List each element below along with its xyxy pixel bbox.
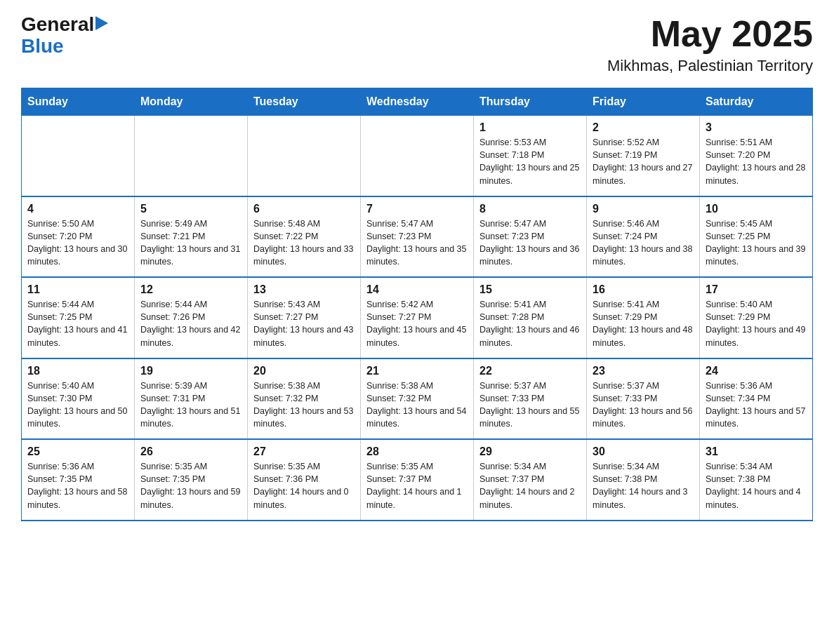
calendar-cell: 13Sunrise: 5:43 AM Sunset: 7:27 PM Dayli… bbox=[248, 277, 361, 358]
col-friday: Friday bbox=[587, 88, 700, 116]
calendar-cell: 9Sunrise: 5:46 AM Sunset: 7:24 PM Daylig… bbox=[587, 196, 700, 278]
calendar-cell: 7Sunrise: 5:47 AM Sunset: 7:23 PM Daylig… bbox=[361, 196, 474, 278]
calendar-cell: 1Sunrise: 5:53 AM Sunset: 7:18 PM Daylig… bbox=[474, 116, 587, 196]
day-number: 26 bbox=[140, 445, 241, 458]
day-number: 7 bbox=[366, 203, 468, 215]
day-number: 14 bbox=[366, 283, 468, 296]
day-number: 10 bbox=[706, 203, 807, 215]
calendar-cell: 3Sunrise: 5:51 AM Sunset: 7:20 PM Daylig… bbox=[700, 116, 813, 196]
calendar-cell: 8Sunrise: 5:47 AM Sunset: 7:23 PM Daylig… bbox=[474, 196, 587, 278]
day-info: Sunrise: 5:38 AM Sunset: 7:32 PM Dayligh… bbox=[366, 380, 468, 431]
day-number: 17 bbox=[706, 283, 807, 296]
calendar-cell: 22Sunrise: 5:37 AM Sunset: 7:33 PM Dayli… bbox=[474, 358, 587, 440]
day-info: Sunrise: 5:40 AM Sunset: 7:29 PM Dayligh… bbox=[706, 298, 807, 349]
day-info: Sunrise: 5:36 AM Sunset: 7:34 PM Dayligh… bbox=[706, 380, 807, 431]
calendar-cell: 14Sunrise: 5:42 AM Sunset: 7:27 PM Dayli… bbox=[361, 277, 474, 358]
day-number: 8 bbox=[479, 203, 581, 215]
day-info: Sunrise: 5:41 AM Sunset: 7:28 PM Dayligh… bbox=[479, 298, 581, 349]
calendar-cell: 30Sunrise: 5:34 AM Sunset: 7:38 PM Dayli… bbox=[587, 439, 700, 521]
day-number: 23 bbox=[593, 365, 694, 377]
day-info: Sunrise: 5:34 AM Sunset: 7:37 PM Dayligh… bbox=[479, 460, 581, 511]
day-info: Sunrise: 5:35 AM Sunset: 7:35 PM Dayligh… bbox=[140, 460, 241, 511]
day-info: Sunrise: 5:38 AM Sunset: 7:32 PM Dayligh… bbox=[253, 380, 355, 431]
week-row-3: 11Sunrise: 5:44 AM Sunset: 7:25 PM Dayli… bbox=[22, 277, 813, 358]
calendar-cell: 28Sunrise: 5:35 AM Sunset: 7:37 PM Dayli… bbox=[361, 439, 474, 521]
calendar-cell: 6Sunrise: 5:48 AM Sunset: 7:22 PM Daylig… bbox=[248, 196, 361, 278]
day-number: 28 bbox=[366, 445, 468, 458]
week-row-1: 1Sunrise: 5:53 AM Sunset: 7:18 PM Daylig… bbox=[22, 116, 813, 196]
logo-general-text: General bbox=[21, 14, 94, 36]
logo: General Blue bbox=[21, 14, 108, 58]
calendar-cell bbox=[248, 116, 361, 196]
day-number: 24 bbox=[706, 365, 807, 377]
day-info: Sunrise: 5:39 AM Sunset: 7:31 PM Dayligh… bbox=[140, 380, 241, 431]
day-info: Sunrise: 5:36 AM Sunset: 7:35 PM Dayligh… bbox=[27, 460, 128, 511]
calendar-cell: 16Sunrise: 5:41 AM Sunset: 7:29 PM Dayli… bbox=[587, 277, 700, 358]
day-info: Sunrise: 5:49 AM Sunset: 7:21 PM Dayligh… bbox=[140, 217, 241, 269]
day-number: 25 bbox=[27, 445, 128, 458]
day-number: 2 bbox=[593, 121, 694, 134]
calendar-cell: 23Sunrise: 5:37 AM Sunset: 7:33 PM Dayli… bbox=[587, 358, 700, 440]
title-block: May 2025 Mikhmas, Palestinian Territory bbox=[607, 14, 813, 75]
col-tuesday: Tuesday bbox=[248, 88, 361, 116]
day-number: 30 bbox=[593, 445, 694, 458]
day-info: Sunrise: 5:50 AM Sunset: 7:20 PM Dayligh… bbox=[27, 217, 128, 269]
day-info: Sunrise: 5:47 AM Sunset: 7:23 PM Dayligh… bbox=[479, 217, 581, 269]
calendar-cell: 4Sunrise: 5:50 AM Sunset: 7:20 PM Daylig… bbox=[22, 196, 135, 278]
day-info: Sunrise: 5:35 AM Sunset: 7:37 PM Dayligh… bbox=[366, 460, 468, 511]
day-info: Sunrise: 5:44 AM Sunset: 7:25 PM Dayligh… bbox=[27, 298, 128, 349]
col-sunday: Sunday bbox=[22, 88, 135, 116]
day-number: 21 bbox=[366, 365, 468, 377]
month-title: May 2025 bbox=[607, 14, 813, 54]
calendar-cell bbox=[135, 116, 248, 196]
calendar-cell: 21Sunrise: 5:38 AM Sunset: 7:32 PM Dayli… bbox=[361, 358, 474, 440]
day-number: 19 bbox=[140, 365, 241, 377]
col-wednesday: Wednesday bbox=[361, 88, 474, 116]
calendar-cell bbox=[22, 116, 135, 196]
day-info: Sunrise: 5:37 AM Sunset: 7:33 PM Dayligh… bbox=[479, 380, 581, 431]
location-title: Mikhmas, Palestinian Territory bbox=[607, 57, 813, 75]
day-info: Sunrise: 5:46 AM Sunset: 7:24 PM Dayligh… bbox=[593, 217, 694, 269]
week-row-2: 4Sunrise: 5:50 AM Sunset: 7:20 PM Daylig… bbox=[22, 196, 813, 278]
day-info: Sunrise: 5:48 AM Sunset: 7:22 PM Dayligh… bbox=[253, 217, 355, 269]
day-info: Sunrise: 5:34 AM Sunset: 7:38 PM Dayligh… bbox=[706, 460, 807, 511]
logo-blue-text: Blue bbox=[21, 35, 64, 57]
day-info: Sunrise: 5:40 AM Sunset: 7:30 PM Dayligh… bbox=[27, 380, 128, 431]
calendar-cell bbox=[361, 116, 474, 196]
header-row: Sunday Monday Tuesday Wednesday Thursday… bbox=[22, 88, 813, 116]
calendar-cell: 5Sunrise: 5:49 AM Sunset: 7:21 PM Daylig… bbox=[135, 196, 248, 278]
day-number: 27 bbox=[253, 445, 355, 458]
day-number: 12 bbox=[140, 283, 241, 296]
calendar-cell: 17Sunrise: 5:40 AM Sunset: 7:29 PM Dayli… bbox=[700, 277, 813, 358]
day-number: 31 bbox=[706, 445, 807, 458]
day-number: 1 bbox=[479, 121, 581, 134]
col-saturday: Saturday bbox=[700, 88, 813, 116]
calendar-cell: 11Sunrise: 5:44 AM Sunset: 7:25 PM Dayli… bbox=[22, 277, 135, 358]
day-info: Sunrise: 5:45 AM Sunset: 7:25 PM Dayligh… bbox=[706, 217, 807, 269]
day-number: 16 bbox=[593, 283, 694, 296]
calendar-cell: 19Sunrise: 5:39 AM Sunset: 7:31 PM Dayli… bbox=[135, 358, 248, 440]
calendar-cell: 10Sunrise: 5:45 AM Sunset: 7:25 PM Dayli… bbox=[700, 196, 813, 278]
day-number: 5 bbox=[140, 203, 241, 215]
day-number: 13 bbox=[253, 283, 355, 296]
calendar-cell: 31Sunrise: 5:34 AM Sunset: 7:38 PM Dayli… bbox=[700, 439, 813, 521]
calendar-cell: 26Sunrise: 5:35 AM Sunset: 7:35 PM Dayli… bbox=[135, 439, 248, 521]
svg-marker-0 bbox=[95, 16, 108, 30]
day-number: 15 bbox=[479, 283, 581, 296]
day-info: Sunrise: 5:41 AM Sunset: 7:29 PM Dayligh… bbox=[593, 298, 694, 349]
day-number: 18 bbox=[27, 365, 128, 377]
calendar-cell: 2Sunrise: 5:52 AM Sunset: 7:19 PM Daylig… bbox=[587, 116, 700, 196]
col-thursday: Thursday bbox=[474, 88, 587, 116]
calendar-table: Sunday Monday Tuesday Wednesday Thursday… bbox=[21, 88, 813, 521]
day-number: 6 bbox=[253, 203, 355, 215]
day-info: Sunrise: 5:52 AM Sunset: 7:19 PM Dayligh… bbox=[593, 136, 694, 187]
calendar-cell: 18Sunrise: 5:40 AM Sunset: 7:30 PM Dayli… bbox=[22, 358, 135, 440]
day-number: 22 bbox=[479, 365, 581, 377]
calendar-cell: 24Sunrise: 5:36 AM Sunset: 7:34 PM Dayli… bbox=[700, 358, 813, 440]
day-number: 3 bbox=[706, 121, 807, 134]
day-number: 4 bbox=[27, 203, 128, 215]
calendar-cell: 20Sunrise: 5:38 AM Sunset: 7:32 PM Dayli… bbox=[248, 358, 361, 440]
day-number: 29 bbox=[479, 445, 581, 458]
calendar-cell: 25Sunrise: 5:36 AM Sunset: 7:35 PM Dayli… bbox=[22, 439, 135, 521]
col-monday: Monday bbox=[135, 88, 248, 116]
